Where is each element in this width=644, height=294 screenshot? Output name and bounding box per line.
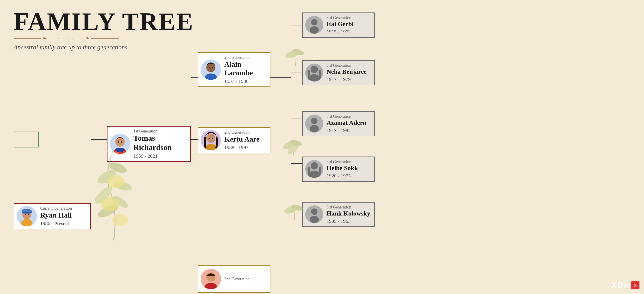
neha-avatar bbox=[305, 64, 323, 82]
svg-point-5 bbox=[25, 214, 26, 215]
svg-point-11 bbox=[118, 141, 119, 143]
connector-gen1-branch-v bbox=[191, 77, 191, 231]
svg-point-49 bbox=[112, 214, 128, 226]
current-gen-card[interactable]: Current Generation Ryan Hall 1986 - Pres… bbox=[14, 203, 91, 229]
gen1-card[interactable]: 1st Generation Tomas Richardson 1959 - 2… bbox=[107, 126, 191, 162]
alain-name: Alain Lacombe bbox=[224, 60, 266, 77]
azamat-avatar bbox=[305, 115, 323, 133]
ryan-hall-avatar bbox=[16, 206, 37, 226]
gen3-2-card[interactable]: 3rd Generation Neha Benjaree 1917 - 1979 bbox=[302, 60, 375, 85]
ryan-hall-name: Ryan Hall bbox=[40, 211, 72, 219]
svg-point-6 bbox=[28, 214, 29, 215]
connector-to-gen3-3 bbox=[291, 118, 302, 118]
svg-point-10 bbox=[115, 137, 125, 147]
gen2-3-info: 2nd Generation bbox=[224, 277, 250, 282]
svg-point-45 bbox=[96, 202, 120, 219]
helbe-avatar bbox=[305, 160, 323, 178]
alain-years: 1937 - 1986 bbox=[224, 78, 266, 84]
svg-point-27 bbox=[311, 19, 318, 25]
current-gen-label: Current Generation bbox=[40, 206, 72, 211]
gen2-2-card[interactable]: 2nd Generation Kertu Aare 1938 - 1997 bbox=[198, 127, 270, 153]
svg-point-46 bbox=[111, 194, 130, 210]
watermark-icon: X bbox=[631, 281, 640, 289]
gen2-3-card[interactable]: 2nd Generation bbox=[198, 265, 270, 293]
tomas-name: Tomas Richardson bbox=[134, 134, 187, 152]
svg-point-44 bbox=[112, 180, 133, 192]
azamat-name: Azamat Adern bbox=[326, 119, 366, 127]
neha-info: 3rd Generation Neha Benjaree 1917 - 1979 bbox=[326, 63, 366, 82]
connector-current-to-gen1 bbox=[91, 218, 114, 218]
svg-point-16 bbox=[208, 67, 210, 68]
svg-point-55 bbox=[282, 140, 297, 151]
itai-info: 3rd Generation Itai Gerbi 1915 - 1972 bbox=[326, 15, 354, 35]
connector-gen2-2-branch-v bbox=[291, 118, 291, 218]
watermark-text: XDA bbox=[611, 280, 630, 290]
azamat-info: 3rd Generation Azamat Adern 1917 - 1982 bbox=[326, 114, 366, 133]
kertu-avatar bbox=[201, 130, 221, 150]
kertu-name: Kertu Aare bbox=[224, 135, 260, 143]
svg-point-41 bbox=[96, 167, 118, 186]
hank-info: 3rd Generation Hank Kolowsky 1905 - 1963 bbox=[326, 205, 370, 224]
svg-point-33 bbox=[311, 118, 318, 124]
azamat-years: 1917 - 1982 bbox=[326, 128, 366, 133]
botanical-decoration-right2 bbox=[282, 132, 304, 159]
gen3-3-card[interactable]: 3rd Generation Azamat Adern 1917 - 1982 bbox=[302, 111, 375, 136]
connector-to-gen2-1 bbox=[191, 77, 198, 78]
tomas-avatar bbox=[110, 134, 130, 154]
svg-point-43 bbox=[92, 184, 115, 206]
gen2-3-gen-label: 2nd Generation bbox=[224, 277, 250, 282]
svg-point-36 bbox=[311, 162, 318, 169]
svg-point-40 bbox=[310, 216, 319, 223]
connector-h-to-gen1 bbox=[91, 139, 107, 140]
tomas-gen-label: 1st Generation bbox=[134, 129, 187, 134]
svg-point-42 bbox=[108, 161, 128, 175]
connector-gen2-1-branch-v bbox=[291, 25, 291, 129]
subtitle: Ancestral family tree up to three genera… bbox=[14, 44, 194, 51]
main-title: FAMILY TREE bbox=[14, 9, 194, 34]
connector-v-main bbox=[91, 139, 91, 218]
gen3-1-card[interactable]: 3rd Generation Itai Gerbi 1915 - 1972 bbox=[302, 12, 375, 38]
family-tree-page: FAMILY TREE ❧ • • • • • • • • ❧ Ancestra… bbox=[0, 0, 644, 294]
svg-point-53 bbox=[284, 49, 300, 60]
placeholder-card bbox=[14, 132, 39, 147]
ornament-right: ❧ bbox=[86, 35, 90, 41]
svg-point-12 bbox=[121, 141, 122, 143]
svg-point-39 bbox=[311, 208, 318, 215]
svg-point-20 bbox=[206, 134, 216, 143]
alain-avatar bbox=[201, 59, 221, 80]
gen3-5-card[interactable]: 3rd Generation Hank Kolowsky 1905 - 1963 bbox=[302, 202, 375, 227]
title-decoration: ❧ • • • • • • • • ❧ bbox=[14, 35, 194, 41]
neha-name: Neha Benjaree bbox=[326, 68, 366, 76]
neha-gen-label: 3rd Generation bbox=[326, 63, 366, 68]
helbe-info: 3rd Generation Helbe Sokk 1920 - 1975 bbox=[326, 159, 358, 179]
svg-point-54 bbox=[292, 48, 304, 56]
svg-point-22 bbox=[212, 138, 214, 139]
svg-point-17 bbox=[212, 67, 214, 68]
azamat-gen-label: 3rd Generation bbox=[326, 114, 366, 119]
svg-point-47 bbox=[107, 175, 124, 188]
svg-point-59 bbox=[291, 203, 303, 212]
connector-gen2-2-to-gen3-h bbox=[270, 142, 291, 142]
alain-gen-label: 2nd Generation bbox=[224, 55, 266, 60]
connector-to-gen3-4 bbox=[291, 163, 302, 164]
svg-point-48 bbox=[101, 197, 119, 211]
gen3-4-card[interactable]: 3rd Generation Helbe Sokk 1920 - 1975 bbox=[302, 156, 375, 182]
neha-years: 1917 - 1979 bbox=[326, 76, 366, 82]
helbe-years: 1920 - 1975 bbox=[326, 173, 358, 179]
hank-gen-label: 3rd Generation bbox=[326, 205, 370, 210]
hank-name: Hank Kolowsky bbox=[326, 210, 370, 217]
tomas-years: 1959 - 2021 bbox=[134, 153, 187, 159]
helbe-name: Helbe Sokk bbox=[326, 164, 358, 172]
svg-point-37 bbox=[309, 171, 319, 178]
alain-info: 2nd Generation Alain Lacombe 1937 - 1986 bbox=[224, 55, 266, 84]
svg-point-3 bbox=[22, 209, 32, 214]
svg-point-57 bbox=[286, 144, 300, 156]
title-area: FAMILY TREE ❧ • • • • • • • • ❧ Ancestra… bbox=[14, 9, 194, 51]
gen2-1-card[interactable]: 2nd Generation Alain Lacombe 1937 - 1986 bbox=[198, 52, 270, 87]
itai-gen-label: 3rd Generation bbox=[326, 15, 354, 20]
kertu-info: 2nd Generation Kertu Aare 1938 - 1997 bbox=[224, 130, 260, 150]
svg-point-30 bbox=[311, 66, 318, 73]
connector-to-gen2-2 bbox=[191, 142, 198, 142]
svg-point-31 bbox=[309, 74, 319, 81]
svg-point-28 bbox=[310, 26, 319, 34]
